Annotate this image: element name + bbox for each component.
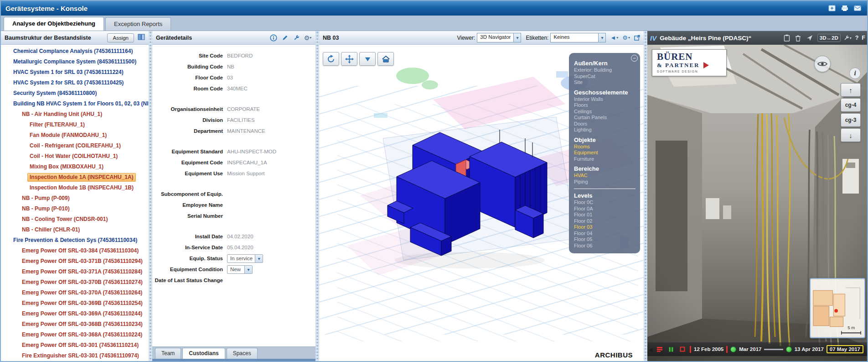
layer-item[interactable]: HVAC bbox=[574, 173, 636, 179]
layer-item[interactable]: Equipment bbox=[574, 150, 636, 156]
viewer-select[interactable]: 3D Navigator▾ bbox=[477, 33, 521, 42]
print-icon[interactable] bbox=[840, 4, 850, 12]
down-arrow-icon[interactable] bbox=[359, 52, 376, 66]
timeline-item[interactable]: Mar 2017 bbox=[739, 346, 761, 352]
tree-item[interactable]: Filter (FILTERAHU_1) bbox=[1, 120, 149, 131]
timeline-item[interactable] bbox=[730, 346, 736, 352]
home-icon[interactable] bbox=[377, 52, 394, 66]
mode-3d2d-toggle[interactable]: 3D↔2D bbox=[817, 34, 841, 42]
layer-item[interactable]: Objekte bbox=[574, 136, 636, 143]
timeline-stop-icon[interactable] bbox=[678, 346, 687, 353]
mail-icon[interactable] bbox=[852, 4, 863, 12]
timeline-item[interactable]: 12 Feb 2005 bbox=[694, 346, 723, 352]
layer-item[interactable]: Floors bbox=[574, 102, 636, 109]
main-tab[interactable]: Exception Reports bbox=[105, 17, 171, 31]
tree-item[interactable]: Coil - Hot Water (COILHOTAHU_1) bbox=[1, 152, 149, 162]
details-tab[interactable]: Custodians bbox=[182, 348, 225, 359]
tree-item[interactable]: NB - Pump (P-009) bbox=[1, 194, 149, 204]
tree-item[interactable]: Emerg Power Off SRL-03-370B (74536111027… bbox=[1, 278, 149, 288]
timeline-item[interactable] bbox=[726, 346, 728, 353]
timeline-item[interactable] bbox=[786, 346, 792, 352]
tree-item[interactable]: Metallurgic Compliance System (845361111… bbox=[1, 57, 149, 68]
layer-item[interactable]: Geschosselemente bbox=[574, 89, 636, 96]
details-tab[interactable]: Spaces bbox=[227, 348, 258, 359]
splitter[interactable] bbox=[644, 31, 647, 361]
minimap[interactable]: 5 m bbox=[810, 278, 865, 338]
wrench-icon[interactable] bbox=[292, 34, 300, 42]
tree-item[interactable]: Emerg Power Off SRL-03-370A (74536111026… bbox=[1, 288, 149, 299]
layer-item[interactable]: Interior Walls bbox=[574, 96, 636, 103]
tree-item[interactable]: Emerg Power Off SRL-03-369B (74536111025… bbox=[1, 299, 149, 309]
tree-item[interactable]: Inspection Module 1A (INSPECAHU_1A) bbox=[1, 173, 149, 183]
wrench-icon[interactable]: ▾ bbox=[843, 33, 852, 42]
tree-item[interactable]: Emerg Power Off SRL-03-301 (745361110214… bbox=[1, 341, 149, 351]
tree-item[interactable]: Emerg Power Off SRL-03-384 (745361110304… bbox=[1, 246, 149, 257]
field-value[interactable]: New bbox=[227, 265, 253, 274]
help-button[interactable]: ? bbox=[855, 35, 859, 41]
layer-item[interactable] bbox=[574, 189, 636, 189]
layer-item[interactable]: Außen/Kern bbox=[574, 60, 636, 67]
floor-nav-button[interactable]: cg-4 bbox=[841, 98, 861, 112]
timeline-item[interactable] bbox=[690, 346, 691, 353]
tree-item[interactable]: Mixing Box (MIXBOXAHU_1) bbox=[1, 162, 149, 173]
eye-icon[interactable] bbox=[814, 56, 831, 72]
floor-nav-button[interactable]: cg-3 bbox=[841, 113, 861, 127]
tree-item[interactable]: Inspection Module 1B (INSPECAHU_1B) bbox=[1, 183, 149, 194]
layer-item[interactable]: Floor 05 bbox=[574, 236, 636, 243]
back-icon[interactable]: ◄▾ bbox=[610, 34, 618, 41]
layer-item[interactable]: Lighting bbox=[574, 127, 636, 133]
tree-item[interactable]: Emerg Power Off SRL-03-368A (74536111022… bbox=[1, 330, 149, 341]
tree-item[interactable]: Emerg Power Off SRL-03-371A (74536111028… bbox=[1, 267, 149, 278]
partial-button[interactable]: F bbox=[862, 35, 865, 41]
tree-item[interactable]: NB - Cooling Tower (CNDSR-001) bbox=[1, 215, 149, 225]
layer-item[interactable]: Curtain Panels bbox=[574, 115, 636, 121]
tree-item[interactable]: Fire Prevention & Detection Sys (7453611… bbox=[1, 236, 149, 246]
timeline-collapse-icon[interactable]: ◀ bbox=[649, 347, 652, 353]
tree-item[interactable]: NB - Air Handling Unit (AHU_1) bbox=[1, 110, 149, 120]
tree-item[interactable]: NB - Chiller (CHLR-01) bbox=[1, 225, 149, 236]
layer-item[interactable]: Furniture bbox=[574, 156, 636, 163]
layer-item[interactable]: Floor 06 bbox=[574, 243, 636, 249]
layer-item[interactable]: Floor 03 bbox=[574, 224, 636, 231]
main-tab[interactable]: Analyse der Objektbeziehung bbox=[4, 17, 104, 31]
tree-item[interactable]: Emerg Power Off SRL-03-371B (74536111029… bbox=[1, 257, 149, 267]
timeline-item[interactable]: 07 May 2017 bbox=[827, 345, 863, 353]
minimize-icon[interactable]: – bbox=[631, 55, 638, 62]
tree-item[interactable]: NB - Pump (P-010) bbox=[1, 204, 149, 215]
tree-item[interactable]: HVAC System 1 for SRL 03 (745361111224) bbox=[1, 68, 149, 78]
compass-icon[interactable] bbox=[805, 33, 814, 42]
field-value[interactable]: In service bbox=[227, 254, 263, 263]
floor-nav-button[interactable] bbox=[841, 128, 861, 142]
tree-item[interactable]: Fan Module (FANMODAHU_1) bbox=[1, 131, 149, 141]
layer-item[interactable]: SuperCat bbox=[574, 73, 636, 80]
trash-icon[interactable] bbox=[794, 33, 803, 42]
tree-item[interactable]: Emerg Power Off SRL-03-368B (74536111023… bbox=[1, 320, 149, 330]
layer-item[interactable]: Levels bbox=[574, 192, 636, 199]
timeline-pause-icon[interactable] bbox=[667, 346, 675, 353]
gear-icon[interactable]: ⚙▾ bbox=[622, 34, 630, 41]
layer-item[interactable]: Floor 0C bbox=[574, 199, 636, 206]
clipboard-icon[interactable] bbox=[782, 33, 791, 42]
tree-item[interactable]: Emerg Power Off SRL-03-369A (74536111024… bbox=[1, 309, 149, 320]
tree-item[interactable]: Fire Extinguisher SRL-03-301 (7453611109… bbox=[1, 351, 149, 361]
splitter[interactable] bbox=[315, 31, 319, 361]
layer-item[interactable]: Rooms bbox=[574, 144, 636, 150]
labels-select[interactable]: Keines▾ bbox=[550, 33, 606, 42]
layer-item[interactable]: Floor 01 bbox=[574, 212, 636, 218]
edit-icon[interactable] bbox=[281, 34, 289, 42]
layer-item[interactable]: Floor 0A bbox=[574, 206, 636, 212]
expand-icon[interactable] bbox=[634, 35, 640, 41]
layer-item[interactable]: Ceilings bbox=[574, 109, 636, 115]
layer-item[interactable]: Site bbox=[574, 79, 636, 86]
info-icon[interactable]: i bbox=[849, 68, 861, 79]
layer-item[interactable]: Floor 04 bbox=[574, 231, 636, 237]
assign-button[interactable]: Assign bbox=[107, 33, 134, 42]
add-window-icon[interactable] bbox=[827, 4, 837, 12]
layer-item[interactable]: Floor 02 bbox=[574, 218, 636, 225]
timeline-item[interactable]: 13 Apr 2017 bbox=[795, 346, 824, 352]
layer-item[interactable]: Exterior: Building bbox=[574, 67, 636, 73]
layer-item[interactable]: Doors bbox=[574, 121, 636, 127]
tree-item[interactable]: HVAC System 2 for SRL 03 (745361110425) bbox=[1, 78, 149, 89]
tree-item[interactable]: Building NB HVAC System 1 for Floors 01,… bbox=[1, 99, 149, 110]
columns-icon[interactable] bbox=[138, 34, 145, 42]
